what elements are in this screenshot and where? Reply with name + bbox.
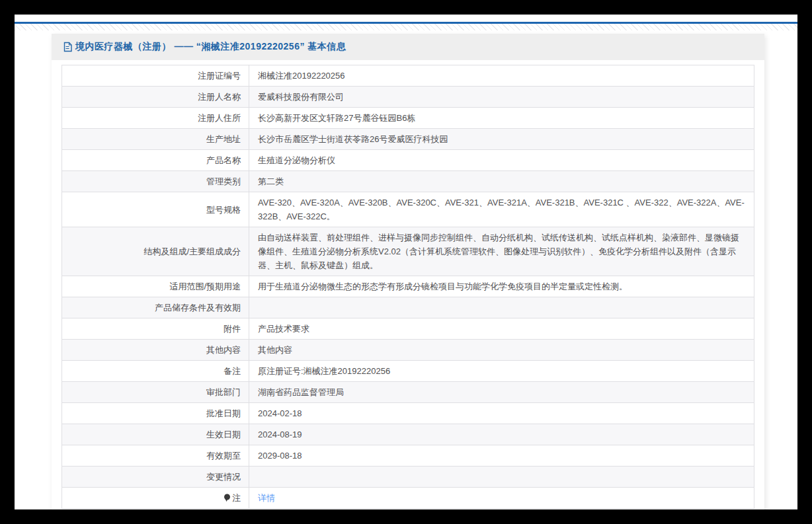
- row-value: [249, 467, 754, 488]
- row-label-text: 适用范围/预期用途: [169, 281, 241, 291]
- row-value: 用于生殖道分泌物微生态的形态学有形成分镜检项目与功能学化学免疫项目的半定量或定性…: [249, 276, 754, 297]
- row-label: 注册证编号: [62, 65, 249, 87]
- row-value: 湖南省药品监督管理局: [249, 382, 754, 403]
- table-row: 附件产品技术要求: [62, 318, 754, 340]
- table-row: 生效日期2024-08-19: [62, 424, 754, 445]
- row-label: 附件: [62, 318, 249, 340]
- row-label: 审批部门: [62, 382, 249, 403]
- row-value: 2029-08-18: [249, 445, 754, 467]
- row-label-text: 注册人名称: [198, 92, 241, 102]
- bulb-icon: [223, 494, 231, 502]
- row-label: 注册人名称: [62, 87, 249, 108]
- row-label: 产品名称: [62, 150, 249, 171]
- info-table-body: 注册证编号湘械注准20192220256注册人名称爱威科技股份有限公司注册人住所…: [62, 65, 754, 509]
- row-value: 产品技术要求: [249, 318, 754, 340]
- hatch-pattern-strip: [15, 24, 797, 30]
- row-value: 详情: [249, 488, 754, 509]
- row-label-text: 型号规格: [206, 205, 241, 215]
- row-value: 长沙市岳麓区学士街道茯苓路26号爱威医疗科技园: [249, 129, 754, 150]
- row-label: 备注: [62, 361, 249, 382]
- row-value: 其他内容: [249, 340, 754, 361]
- table-row: 产品储存条件及有效期: [62, 297, 754, 318]
- row-value: 原注册证号:湘械注准20192220256: [249, 361, 754, 382]
- row-value: 第二类: [249, 171, 754, 192]
- row-label-text: 备注: [223, 366, 241, 376]
- row-label-text: 有效期至: [206, 451, 241, 461]
- page-title: 境内医疗器械（注册） —— “湘械注准20192220256” 基本信息: [75, 41, 346, 53]
- row-label: 适用范围/预期用途: [62, 276, 249, 297]
- card-header: 境内医疗器械（注册） —— “湘械注准20192220256” 基本信息: [52, 34, 764, 60]
- table-row: 注册人名称爱威科技股份有限公司: [62, 87, 754, 108]
- table-row: 批准日期2024-02-18: [62, 403, 754, 424]
- row-label-text: 其他内容: [206, 345, 241, 355]
- row-label: 型号规格: [62, 192, 249, 227]
- row-label: 注: [62, 488, 249, 509]
- row-value: 2024-02-18: [249, 403, 754, 424]
- row-value: AVE-320、AVE-320A、AVE-320B、AVE-320C、AVE-3…: [249, 192, 754, 227]
- row-label: 批准日期: [62, 403, 249, 424]
- row-label-text: 产品储存条件及有效期: [155, 303, 241, 313]
- table-row: 审批部门湖南省药品监督管理局: [62, 382, 754, 403]
- row-label-text: 产品名称: [206, 155, 241, 165]
- row-value: [249, 297, 754, 318]
- registration-info-card: 境内医疗器械（注册） —— “湘械注准20192220256” 基本信息 注册证…: [52, 34, 764, 509]
- table-row: 生产地址长沙市岳麓区学士街道茯苓路26号爱威医疗科技园: [62, 129, 754, 150]
- row-label-text: 注册证编号: [198, 71, 241, 81]
- table-row: 其他内容其他内容: [62, 340, 754, 361]
- row-label-text: 注册人住所: [198, 113, 241, 123]
- card-body: 注册证编号湘械注准20192220256注册人名称爱威科技股份有限公司注册人住所…: [52, 60, 764, 509]
- row-label-text: 生效日期: [206, 430, 241, 439]
- row-label: 注册人住所: [62, 108, 249, 129]
- row-label-text: 管理类别: [206, 176, 241, 186]
- row-label: 产品储存条件及有效期: [62, 297, 249, 318]
- table-row: 注册证编号湘械注准20192220256: [62, 65, 754, 87]
- row-value: 湘械注准20192220256: [249, 65, 754, 87]
- row-label-text: 审批部门: [206, 387, 241, 397]
- row-value: 长沙高新开发区文轩路27号麓谷钰园B6栋: [249, 108, 754, 129]
- table-row: 备注原注册证号:湘械注准20192220256: [62, 361, 754, 382]
- row-label: 结构及组成/主要组成成分: [62, 227, 249, 276]
- row-label-text: 结构及组成/主要组成成分: [143, 246, 241, 256]
- document-icon: [63, 42, 73, 52]
- table-row: 产品名称生殖道分泌物分析仪: [62, 150, 754, 171]
- table-row: 有效期至2029-08-18: [62, 445, 754, 467]
- row-label: 管理类别: [62, 171, 249, 192]
- row-label-text: 批准日期: [206, 408, 241, 418]
- detail-link[interactable]: 详情: [258, 493, 275, 503]
- table-row: 注册人住所长沙高新开发区文轩路27号麓谷钰园B6栋: [62, 108, 754, 129]
- row-label: 生效日期: [62, 424, 249, 445]
- row-label-text: 附件: [223, 324, 241, 334]
- row-value: 2024-08-19: [249, 424, 754, 445]
- table-row: 型号规格AVE-320、AVE-320A、AVE-320B、AVE-320C、A…: [62, 192, 754, 227]
- row-value: 由自动送样装置、前处理组件、进样与摄像同步控制组件、自动分纸机构、试纸传送机构、…: [249, 227, 754, 276]
- row-value: 爱威科技股份有限公司: [249, 87, 754, 108]
- row-label: 变更情况: [62, 467, 249, 488]
- row-label-text: 生产地址: [206, 134, 241, 144]
- table-row: 变更情况: [62, 467, 754, 488]
- row-label: 其他内容: [62, 340, 249, 361]
- table-row: 管理类别第二类: [62, 171, 754, 192]
- registration-info-table: 注册证编号湘械注准20192220256注册人名称爱威科技股份有限公司注册人住所…: [61, 65, 754, 509]
- table-row: 注详情: [62, 488, 754, 509]
- row-label-text: 注: [232, 493, 241, 503]
- row-label: 有效期至: [62, 445, 249, 467]
- row-value: 生殖道分泌物分析仪: [249, 150, 754, 171]
- table-row: 结构及组成/主要组成成分由自动送样装置、前处理组件、进样与摄像同步控制组件、自动…: [62, 227, 754, 276]
- page: 境内医疗器械（注册） —— “湘械注准20192220256” 基本信息 注册证…: [15, 15, 797, 509]
- table-row: 适用范围/预期用途用于生殖道分泌物微生态的形态学有形成分镜检项目与功能学化学免疫…: [62, 276, 754, 297]
- row-label: 生产地址: [62, 129, 249, 150]
- row-label-text: 变更情况: [206, 472, 241, 482]
